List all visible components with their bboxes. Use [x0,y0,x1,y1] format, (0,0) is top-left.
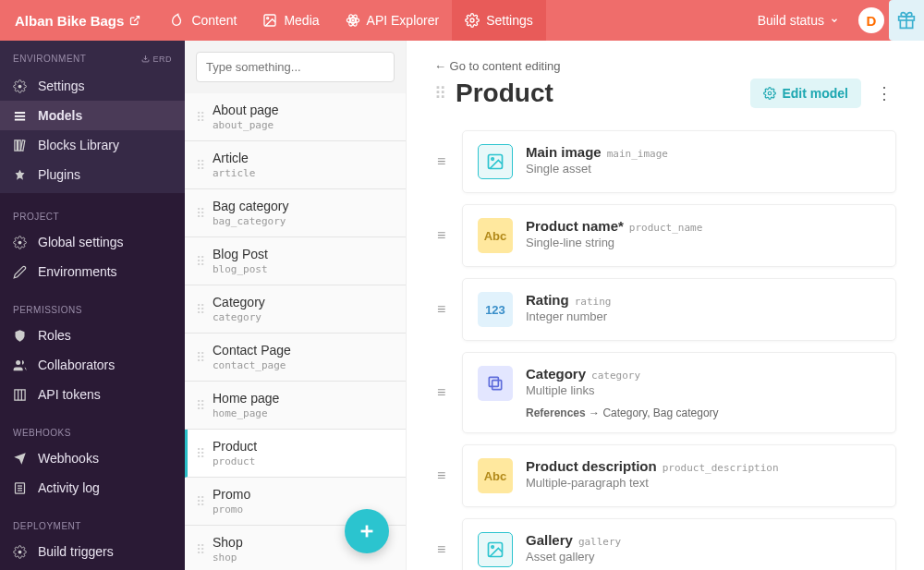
model-name: Product [213,439,257,454]
model-texts: Shopshop [213,535,243,564]
model-api: category [213,311,265,323]
gear-icon [13,545,27,559]
drag-handle-icon[interactable]: ⠿ [196,398,203,413]
model-api: home_page [213,407,279,419]
drag-handle-icon[interactable]: ⠿ [196,158,203,173]
field-texts: Categorycategory Multiple links Referenc… [526,366,881,419]
model-item-article[interactable]: ⠿Articlearticle [185,141,406,189]
sidebar-item-blocks-library[interactable]: Blocks Library [0,130,185,160]
topnav-settings[interactable]: Settings [452,0,546,41]
drag-handle-icon[interactable]: ⠿ [196,254,203,269]
sidebar-item-label: Models [38,108,82,123]
sidebar-item-build-triggers[interactable]: Build triggers [0,537,185,566]
model-item-about_page[interactable]: ⠿About pageabout_page [185,93,406,141]
add-model-button[interactable] [345,509,389,553]
grid-icon [13,388,27,402]
media-icon [262,13,277,28]
erd-link[interactable]: ERD [141,55,172,64]
main: ENVIRONMENT ERD SettingsModelsBlocks Lib… [0,41,924,570]
drag-handle-icon[interactable]: ≡ [437,227,445,244]
field-type-icon: 123 [478,292,513,327]
topnav-content[interactable]: Content [157,0,249,41]
model-texts: Categorycategory [213,295,265,323]
drag-handle-icon[interactable]: ≡ [437,153,445,170]
drag-handle-icon[interactable]: ⠿ [196,542,203,557]
gift-icon [897,11,916,30]
more-menu[interactable]: ⋮ [872,83,896,103]
sidebar-item-label: Global settings [38,235,124,249]
sidebar-item-api-tokens[interactable]: API tokens [0,380,185,409]
sidebar-item-activity-log[interactable]: Activity log [0,566,185,570]
topnav-media[interactable]: Media [249,0,332,41]
model-api: blog_post [213,263,268,275]
topnav-api-explorer[interactable]: API Explorer [333,0,453,41]
model-item-contact_page[interactable]: ⠿Contact Pagecontact_page [185,334,406,382]
sidebar-item-global-settings[interactable]: Global settings [0,227,185,257]
field-type-icon [478,144,513,179]
field-name: Product name* [526,218,624,234]
sidebar-item-label: Roles [38,328,71,343]
drag-handle-icon[interactable]: ≡ [437,301,445,318]
topnav-label: Media [284,13,319,28]
sidebar-item-settings[interactable]: Settings [0,71,185,101]
drag-handle-icon[interactable]: ⠿ [196,110,203,125]
topnav-label: Settings [486,13,533,28]
sidebar-item-webhooks[interactable]: Webhooks [0,443,185,473]
model-name: Home page [213,391,279,406]
shield-icon [13,329,27,343]
drag-handle-icon[interactable]: ≡ [437,467,445,484]
sidebar-item-models[interactable]: Models [0,101,185,130]
sidebar-section-project: PROJECT [0,193,185,227]
back-link[interactable]: ← Go to content editing [434,59,896,73]
field-product_name[interactable]: ≡ Abc Product name*product_name Single-l… [462,204,896,267]
field-texts: Gallerygallery Asset gallery [526,532,881,564]
bars-icon [13,109,27,123]
model-item-blog_post[interactable]: ⠿Blog Postblog_post [185,237,406,285]
sidebar-item-activity-log[interactable]: Activity log [0,473,185,503]
sidebar-item-environments[interactable]: Environments [0,257,185,286]
model-item-category[interactable]: ⠿Categorycategory [185,285,406,334]
model-item-home_page[interactable]: ⠿Home pagehome_page [185,382,406,430]
sidebar-item-collaborators[interactable]: Collaborators [0,350,185,380]
field-product_description[interactable]: ≡ Abc Product descriptionproduct_descrip… [462,444,896,507]
plus-icon [357,521,377,541]
field-category[interactable]: ≡ Categorycategory Multiple links Refere… [462,352,896,433]
atom-icon [346,13,360,28]
field-main_image[interactable]: ≡ Main imagemain_image Single asset [462,130,896,193]
drag-handle-icon[interactable]: ⠿ [196,350,203,365]
model-api: product [213,455,257,467]
svg-point-7 [470,18,474,22]
project-name[interactable]: Alban Bike Bags [15,13,140,29]
model-api: about_page [213,119,279,131]
drag-handle-icon[interactable]: ⠿ [196,494,203,509]
drag-handle-icon[interactable]: ⠿ [196,446,203,461]
download-icon [141,55,150,63]
sidebar-item-roles[interactable]: Roles [0,321,185,350]
field-texts: Product name*product_name Single-line st… [526,218,881,249]
sidebar-env-header: ENVIRONMENT ERD [0,41,185,71]
pen-icon [13,265,27,279]
field-gallery[interactable]: ≡ Gallerygallery Asset gallery [462,518,896,570]
field-rating[interactable]: ≡ 123 Ratingrating Integer number [462,278,896,341]
model-name: Blog Post [213,247,268,261]
edit-model-button[interactable]: Edit model [750,79,861,108]
field-type: Integer number [526,309,881,323]
search-input[interactable] [196,52,395,82]
topnav-label: Content [191,13,237,28]
drag-handle-icon[interactable]: ≡ [437,384,445,401]
plug-icon [13,168,27,182]
model-name: Contact Page [213,343,291,358]
brand-badge[interactable]: D [854,0,889,41]
field-type: Multiple-paragraph text [526,476,881,490]
search-box [196,52,395,82]
sidebar-item-label: API tokens [38,387,101,402]
drag-handle-icon[interactable]: ⠿ [196,302,203,317]
model-item-bag_category[interactable]: ⠿Bag categorybag_category [185,189,406,237]
build-status[interactable]: Build status [743,13,854,28]
drag-handle-icon[interactable]: ⠿ [196,206,203,221]
sidebar-item-plugins[interactable]: Plugins [0,160,185,189]
svg-rect-11 [15,112,25,114]
model-item-product[interactable]: ⠿Productproduct [185,430,406,478]
gift-button[interactable] [889,0,924,41]
drag-handle-icon[interactable]: ≡ [437,541,445,558]
